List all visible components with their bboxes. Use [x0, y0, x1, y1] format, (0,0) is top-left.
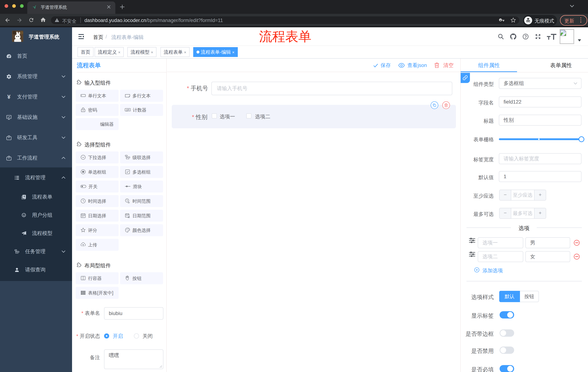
svg-text:123: 123 [126, 109, 129, 111]
